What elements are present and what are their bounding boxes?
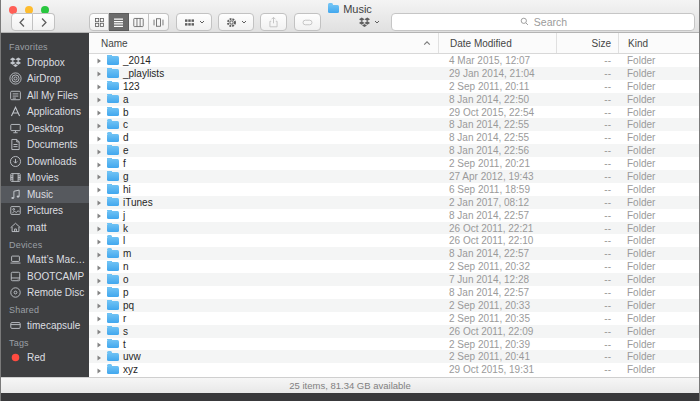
disclosure-triangle-icon[interactable]: [95, 340, 103, 348]
table-row[interactable]: r2 Sep 2011, 20:35--Folder: [89, 312, 699, 325]
disclosure-triangle-icon[interactable]: [95, 82, 103, 90]
table-row[interactable]: pq2 Sep 2011, 20:33--Folder: [89, 299, 699, 312]
table-row[interactable]: _playlists29 Jan 2014, 21:04--Folder: [89, 67, 699, 80]
table-row[interactable]: t2 Sep 2011, 20:39--Folder: [89, 338, 699, 351]
disclosure-triangle-icon[interactable]: [95, 108, 103, 116]
disclosure-triangle-icon[interactable]: [95, 185, 103, 193]
file-name: d: [123, 132, 129, 143]
coverflow-view-button[interactable]: [149, 13, 169, 31]
disclosure-triangle-icon[interactable]: [95, 172, 103, 180]
table-row[interactable]: hi6 Sep 2011, 18:59--Folder: [89, 183, 699, 196]
disclosure-triangle-icon[interactable]: [95, 134, 103, 142]
share-button[interactable]: [260, 13, 287, 31]
table-row[interactable]: j8 Jan 2014, 22:57--Folder: [89, 209, 699, 222]
file-name-cell: 123: [89, 81, 438, 92]
disclosure-triangle-icon[interactable]: [95, 263, 103, 271]
sidebar-item-dropbox[interactable]: Dropbox: [1, 54, 89, 71]
disclosure-triangle-icon[interactable]: [95, 56, 103, 64]
disclosure-triangle-icon[interactable]: [95, 288, 103, 296]
folder-icon: [107, 56, 119, 65]
disclosure-triangle-icon[interactable]: [95, 366, 103, 374]
search-icon: [519, 16, 530, 29]
disclosure-triangle-icon[interactable]: [95, 314, 103, 322]
sidebar-item-pictures[interactable]: Pictures: [1, 203, 89, 220]
list-view-button[interactable]: [109, 13, 129, 31]
table-row[interactable]: xyz29 Oct 2015, 19:31--Folder: [89, 363, 699, 376]
size-cell: --: [556, 235, 618, 246]
icon-view-button[interactable]: [89, 13, 109, 31]
table-row[interactable]: f2 Sep 2011, 20:21--Folder: [89, 157, 699, 170]
table-row[interactable]: b29 Oct 2015, 22:54--Folder: [89, 106, 699, 119]
disclosure-triangle-icon[interactable]: [95, 301, 103, 309]
sidebar-item-music[interactable]: Music: [1, 186, 89, 203]
table-row[interactable]: m8 Jan 2014, 22:57--Folder: [89, 247, 699, 260]
table-row[interactable]: n2 Sep 2011, 20:32--Folder: [89, 260, 699, 273]
arrange-button[interactable]: [176, 13, 212, 31]
disclosure-triangle-icon[interactable]: [95, 95, 103, 103]
disclosure-triangle-icon[interactable]: [95, 276, 103, 284]
file-name-cell: pq: [89, 300, 438, 311]
table-row[interactable]: k26 Oct 2011, 22:21--Folder: [89, 222, 699, 235]
column-header-kind[interactable]: Kind: [618, 33, 699, 53]
table-row[interactable]: l26 Oct 2011, 22:10--Folder: [89, 234, 699, 247]
sidebar-item-matt[interactable]: matt: [1, 219, 89, 236]
kind-cell: Folder: [618, 94, 699, 105]
kind-cell: Folder: [618, 274, 699, 285]
disclosure-triangle-icon[interactable]: [95, 250, 103, 258]
sidebar-item-timecapsule[interactable]: timecapsule: [1, 317, 89, 334]
column-view-button[interactable]: [129, 13, 149, 31]
file-name: m: [123, 248, 131, 259]
table-row[interactable]: _20144 Mar 2015, 12:07--Folder: [89, 54, 699, 67]
column-header-size[interactable]: Size: [556, 33, 618, 53]
table-row[interactable]: c8 Jan 2014, 22:55--Folder: [89, 118, 699, 131]
disclosure-triangle-icon[interactable]: [95, 211, 103, 219]
disclosure-triangle-icon[interactable]: [95, 69, 103, 77]
table-row[interactable]: a8 Jan 2014, 22:50--Folder: [89, 93, 699, 106]
disclosure-triangle-icon[interactable]: [95, 160, 103, 168]
sidebar-item-bootcamp[interactable]: BOOTCAMP: [1, 268, 89, 285]
kind-cell: Folder: [618, 145, 699, 156]
table-row[interactable]: o7 Jun 2014, 12:28--Folder: [89, 273, 699, 286]
sidebar-item-red[interactable]: Red: [1, 350, 89, 367]
tags-button[interactable]: [294, 13, 321, 31]
sidebar-item-all-my-files[interactable]: All My Files: [1, 87, 89, 104]
sidebar-item-movies[interactable]: Movies: [1, 170, 89, 187]
table-row[interactable]: d8 Jan 2014, 22:55--Folder: [89, 131, 699, 144]
disclosure-triangle-icon[interactable]: [95, 147, 103, 155]
folder-icon: [107, 301, 119, 310]
disclosure-triangle-icon[interactable]: [95, 353, 103, 361]
column-header-name[interactable]: Name: [89, 33, 438, 53]
disclosure-triangle-icon[interactable]: [95, 121, 103, 129]
disclosure-triangle-icon[interactable]: [95, 224, 103, 232]
disclosure-triangle-icon[interactable]: [95, 327, 103, 335]
sidebar-item-downloads[interactable]: Downloads: [1, 153, 89, 170]
back-button[interactable]: [11, 13, 33, 31]
column-header-date-modified[interactable]: Date Modified: [438, 33, 556, 53]
disclosure-triangle-icon[interactable]: [95, 237, 103, 245]
forward-button[interactable]: [33, 13, 55, 31]
search-input[interactable]: Search: [391, 13, 695, 31]
table-row[interactable]: uvw2 Sep 2011, 20:41--Folder: [89, 350, 699, 363]
table-row[interactable]: 1232 Sep 2011, 20:11--Folder: [89, 80, 699, 93]
action-menu-button[interactable]: [218, 13, 254, 31]
sidebar-item-remote-disc[interactable]: Remote Disc: [1, 285, 89, 302]
chevron-right-icon: [37, 16, 50, 29]
date-modified-cell: 2 Sep 2011, 20:21: [438, 158, 556, 169]
sidebar-item-airdrop[interactable]: AirDrop: [1, 71, 89, 88]
disclosure-triangle-icon[interactable]: [95, 198, 103, 206]
table-row[interactable]: p8 Jan 2014, 22:57--Folder: [89, 286, 699, 299]
file-name-cell: t: [89, 339, 438, 350]
table-row[interactable]: g27 Apr 2012, 19:43--Folder: [89, 170, 699, 183]
table-row[interactable]: iTunes2 Jan 2017, 08:12--Folder: [89, 196, 699, 209]
status-bar: 25 items, 81.34 GB available: [1, 377, 699, 393]
sidebar-item-documents[interactable]: Documents: [1, 137, 89, 154]
dropbox-toolbar-button[interactable]: [351, 13, 387, 31]
pictures-icon: [9, 204, 22, 217]
table-row[interactable]: s26 Oct 2011, 22:09--Folder: [89, 325, 699, 338]
folder-icon: [107, 340, 119, 349]
sidebar-item-matt-s-mac[interactable]: Matt’s Mac…: [1, 252, 89, 269]
date-modified-cell: 29 Oct 2015, 22:54: [438, 107, 556, 118]
table-row[interactable]: e8 Jan 2014, 22:56--Folder: [89, 144, 699, 157]
sidebar-item-desktop[interactable]: Desktop: [1, 120, 89, 137]
sidebar-item-applications[interactable]: Applications: [1, 104, 89, 121]
